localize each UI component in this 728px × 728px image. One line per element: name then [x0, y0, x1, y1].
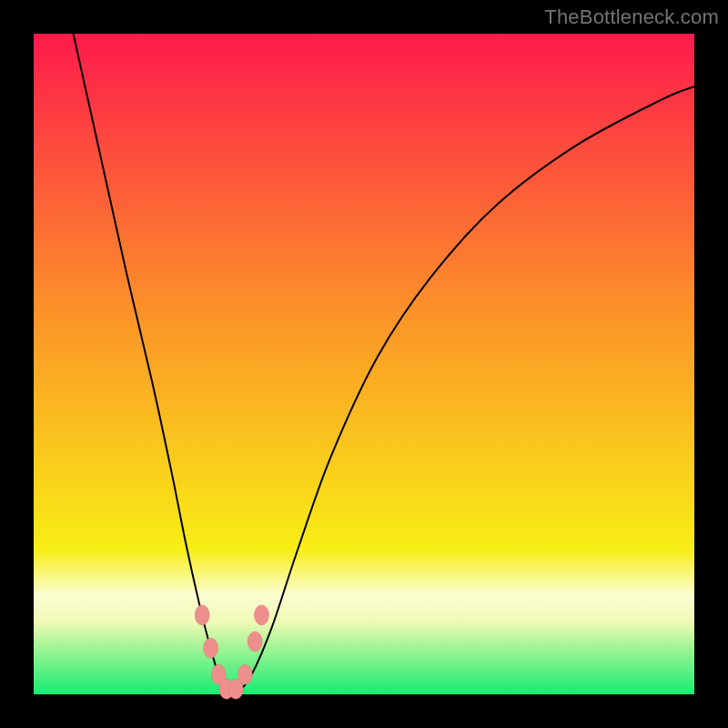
marker-group [195, 605, 268, 699]
curve-marker [254, 605, 268, 625]
curve-marker [248, 632, 262, 652]
watermark-text: TheBottleneck.com [544, 5, 719, 29]
curve-svg [34, 34, 694, 694]
chart-frame: TheBottleneck.com [0, 0, 728, 728]
curve-marker [238, 664, 252, 684]
curve-marker [195, 605, 209, 625]
curve-marker [204, 638, 218, 658]
bottleneck-curve [74, 34, 694, 693]
plot-area [34, 34, 694, 694]
